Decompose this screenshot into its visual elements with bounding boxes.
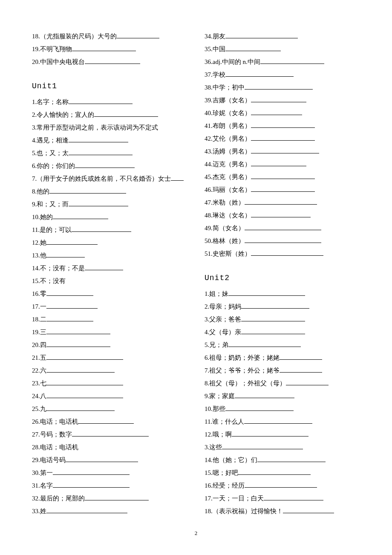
answer-blank[interactable] bbox=[69, 199, 128, 207]
answer-blank[interactable] bbox=[78, 416, 134, 424]
vocab-item: 14.不；没有；不是 bbox=[32, 262, 187, 275]
vocab-item: 3.这些 bbox=[205, 441, 360, 454]
item-number: 18. bbox=[32, 33, 40, 40]
vocab-item: 27.号码；数字 bbox=[32, 428, 187, 441]
answer-blank[interactable] bbox=[46, 250, 85, 258]
vocab-item: 3.常用于原型动词之前，表示该动词为不定式 bbox=[32, 121, 187, 134]
answer-blank[interactable] bbox=[46, 314, 93, 322]
answer-blank[interactable] bbox=[245, 236, 321, 243]
answer-blank[interactable] bbox=[232, 429, 308, 437]
answer-blank[interactable] bbox=[171, 173, 184, 181]
answer-blank[interactable] bbox=[251, 159, 306, 167]
answer-blank[interactable] bbox=[286, 378, 329, 386]
answer-blank[interactable] bbox=[225, 404, 294, 411]
answer-blank[interactable] bbox=[46, 301, 98, 309]
answer-blank[interactable] bbox=[251, 146, 319, 154]
answer-blank[interactable] bbox=[46, 404, 115, 411]
answer-blank[interactable] bbox=[251, 133, 315, 141]
answer-blank[interactable] bbox=[46, 506, 127, 514]
item-number: 22. bbox=[32, 367, 40, 374]
answer-blank[interactable] bbox=[280, 353, 322, 360]
answer-blank[interactable] bbox=[85, 493, 149, 501]
answer-blank[interactable] bbox=[49, 186, 126, 194]
item-number: 35. bbox=[205, 46, 213, 52]
answer-blank[interactable] bbox=[251, 172, 315, 179]
answer-blank[interactable] bbox=[241, 327, 305, 335]
item-number: 4. bbox=[32, 137, 37, 144]
vocab-item: 9.和；又；而 bbox=[32, 198, 187, 211]
vocab-item: 5.也；又；太 bbox=[32, 147, 187, 159]
answer-blank[interactable] bbox=[238, 468, 311, 475]
answer-blank[interactable] bbox=[46, 378, 123, 386]
answer-blank[interactable] bbox=[244, 416, 312, 424]
answer-blank[interactable] bbox=[251, 185, 315, 192]
answer-blank[interactable] bbox=[72, 225, 131, 232]
item-text: 中国 bbox=[213, 46, 225, 52]
answer-blank[interactable] bbox=[53, 480, 130, 488]
vocab-item: 51.史密斯（姓） bbox=[205, 247, 360, 260]
answer-blank[interactable] bbox=[241, 301, 309, 309]
answer-blank[interactable] bbox=[251, 121, 315, 128]
answer-blank[interactable] bbox=[46, 289, 93, 296]
vocab-item: 22.六 bbox=[32, 364, 187, 377]
answer-blank[interactable] bbox=[228, 289, 305, 296]
answer-blank[interactable] bbox=[280, 365, 322, 373]
answer-blank[interactable] bbox=[69, 97, 133, 104]
item-number: 48. bbox=[205, 212, 213, 219]
answer-blank[interactable] bbox=[72, 44, 136, 52]
answer-blank[interactable] bbox=[46, 327, 110, 335]
item-text: 号码；数字 bbox=[40, 431, 72, 438]
answer-blank[interactable] bbox=[53, 468, 130, 475]
answer-blank[interactable] bbox=[75, 161, 135, 168]
vocab-item: 30.第一 bbox=[32, 466, 187, 479]
answer-blank[interactable] bbox=[228, 340, 301, 347]
answer-blank[interactable] bbox=[46, 365, 115, 373]
answer-blank[interactable] bbox=[69, 148, 133, 156]
vocab-item: 18.（尤指服装的尺码）大号的 bbox=[32, 30, 187, 43]
answer-blank[interactable] bbox=[245, 223, 321, 231]
answer-blank[interactable] bbox=[85, 57, 140, 64]
answer-blank[interactable] bbox=[251, 108, 302, 116]
answer-blank[interactable] bbox=[245, 480, 317, 488]
answer-blank[interactable] bbox=[264, 493, 323, 501]
item-text: 玛丽（女名） bbox=[213, 186, 251, 193]
answer-blank[interactable] bbox=[225, 44, 281, 52]
answer-blank[interactable] bbox=[66, 455, 138, 462]
answer-blank[interactable] bbox=[283, 506, 334, 514]
answer-blank[interactable] bbox=[225, 69, 294, 77]
answer-blank[interactable] bbox=[46, 340, 110, 347]
answer-blank[interactable] bbox=[69, 135, 128, 143]
item-number: 47. bbox=[205, 199, 213, 206]
item-text: 父（母）亲 bbox=[209, 329, 241, 335]
item-text: 六 bbox=[40, 367, 46, 374]
vocab-item: 49.简（女名） bbox=[205, 222, 360, 234]
item-number: 36. bbox=[205, 58, 213, 65]
answer-blank[interactable] bbox=[245, 82, 313, 90]
vocab-item: 6.祖母；奶奶；外婆；姥姥 bbox=[205, 351, 360, 364]
answer-blank[interactable] bbox=[46, 353, 123, 360]
answer-blank[interactable] bbox=[117, 31, 159, 39]
answer-blank[interactable] bbox=[46, 237, 98, 245]
answer-blank[interactable] bbox=[225, 31, 298, 39]
item-number: 14. bbox=[32, 265, 40, 272]
answer-blank[interactable] bbox=[251, 210, 311, 218]
vocab-item: 8.他的 bbox=[32, 185, 187, 198]
answer-blank[interactable] bbox=[251, 95, 306, 103]
answer-blank[interactable] bbox=[257, 455, 326, 462]
vocab-item: 37.学校 bbox=[205, 68, 360, 81]
answer-blank[interactable] bbox=[72, 429, 149, 437]
answer-blank[interactable] bbox=[241, 314, 305, 322]
item-text: 一天；一日；白天 bbox=[213, 495, 264, 502]
answer-blank[interactable] bbox=[260, 57, 324, 64]
answer-blank[interactable] bbox=[251, 249, 323, 256]
answer-blank[interactable] bbox=[245, 197, 317, 205]
item-text: 七 bbox=[40, 380, 46, 387]
answer-blank[interactable] bbox=[53, 212, 108, 220]
answer-blank[interactable] bbox=[85, 263, 123, 271]
answer-blank[interactable] bbox=[222, 442, 303, 450]
item-number: 17. bbox=[32, 303, 40, 310]
answer-blank[interactable] bbox=[46, 391, 123, 399]
item-text: 珍妮（女名） bbox=[213, 110, 251, 116]
answer-blank[interactable] bbox=[94, 110, 158, 117]
answer-blank[interactable] bbox=[235, 391, 294, 399]
